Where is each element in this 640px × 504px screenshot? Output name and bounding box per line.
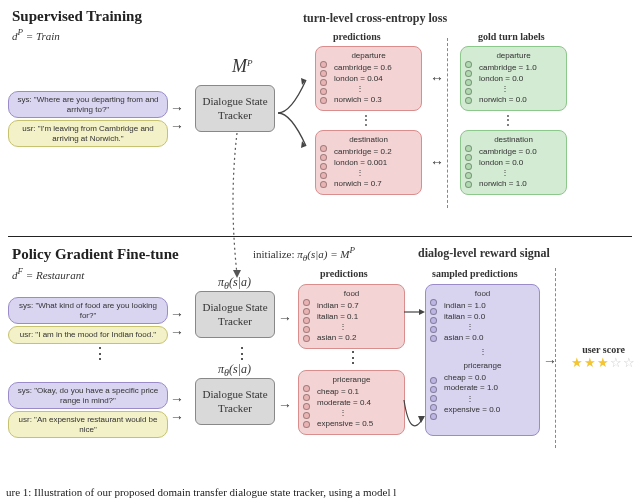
vdots: ⋮: [92, 344, 108, 363]
pi-label: πθ(s|a): [218, 275, 251, 291]
star-icon: ★: [571, 355, 584, 370]
init-text: initialize:: [253, 248, 297, 260]
slot-row: london = 0.001: [334, 158, 415, 169]
vdots: ⋮: [234, 344, 250, 363]
sample-arrow-icon: [398, 300, 432, 450]
slot-row: cambridge = 0.0: [479, 147, 560, 158]
dialogue-state-tracker: Dialogue State Tracker: [195, 378, 275, 425]
arrow-right-icon: →: [170, 118, 184, 134]
gold-destination: destination cambridge = 0.0 london = 0.0…: [460, 130, 567, 195]
arrow-bi-icon: ↔: [430, 70, 444, 86]
slot-row: moderate = 0.4: [317, 398, 398, 409]
prediction-pricerange: pricerange cheap = 0.1 moderate = 0.4 ⋮ …: [298, 370, 405, 435]
slot-row: cambridge = 0.2: [334, 147, 415, 158]
sampled-predictions: food indian = 1.0 italian = 0.0 ⋮ asian …: [425, 284, 540, 436]
slot-name: pricerange: [305, 375, 398, 386]
sampled-header: sampled predictions: [432, 268, 518, 279]
supervised-title-text: Supervised Training: [12, 8, 142, 24]
star-icon: ☆: [610, 355, 623, 370]
arrow-right-icon: →: [543, 353, 557, 369]
arrow-right-icon: →: [170, 409, 184, 425]
arrow-bi-icon: ↔: [430, 154, 444, 170]
slot-row: italian = 0.1: [317, 312, 398, 323]
arrow-right-icon: →: [170, 324, 184, 340]
slot-row: norwich = 0.3: [334, 95, 415, 106]
star-icon: ☆: [623, 355, 636, 370]
prediction-departure: departure cambridge = 0.6 london = 0.04 …: [315, 46, 422, 111]
slot-row: london = 0.04: [334, 74, 415, 85]
slot-name: food: [432, 289, 533, 300]
arrow-right-icon: →: [170, 306, 184, 322]
section-divider: [8, 236, 632, 237]
dialogue-state-tracker: Dialogue State Tracker: [195, 85, 275, 132]
svg-marker-4: [418, 416, 425, 423]
slot-row: asian = 0.2: [317, 333, 398, 344]
dialogue-state-tracker: Dialogue State Tracker: [195, 291, 275, 338]
policy-title-text: Policy Gradient Fine-tune: [12, 246, 179, 262]
branch-arrows-icon: [276, 68, 316, 158]
slot-row: norwich = 1.0: [479, 179, 560, 190]
slot-row: london = 0.0: [479, 158, 560, 169]
predictions-header: predictions: [333, 31, 381, 42]
init-sup: P: [350, 245, 356, 255]
vdots: ⋮: [360, 113, 372, 127]
slot-name: departure: [322, 51, 415, 62]
supervised-domain: dP = Train: [12, 27, 60, 42]
usr-utterance: usr: "I'm leaving from Cambridge and arr…: [8, 120, 168, 147]
arrow-right-icon: →: [170, 100, 184, 116]
policy-domain: dF = Restaurant: [12, 266, 84, 281]
arrow-right-icon: →: [170, 391, 184, 407]
vdots: ⋮: [502, 113, 514, 127]
slot-row: norwich = 0.0: [479, 95, 560, 106]
dashed-divider: [447, 38, 448, 208]
slot-row: asian = 0.0: [444, 333, 533, 344]
bottom-utterances-2: sys: "Okay, do you have a specific price…: [8, 380, 168, 440]
slot-row: cheap = 0.1: [317, 387, 398, 398]
slot-row: indian = 0.7: [317, 301, 398, 312]
usr-utterance: usr: "An expensive restaurant would be n…: [8, 411, 168, 438]
reward-label: dialog-level reward signal: [418, 246, 550, 261]
init-label: initialize: πθ(s|a) = MP: [253, 245, 355, 263]
vdots: ⋮: [345, 348, 361, 367]
supervised-title: Supervised Training: [12, 8, 142, 25]
sys-utterance: sys: "What kind of food are you looking …: [8, 297, 168, 324]
slot-row: cheap = 0.0: [444, 373, 533, 384]
slot-row: moderate = 1.0: [444, 383, 533, 394]
formula-p: P: [18, 27, 24, 37]
formula-f: F: [18, 266, 24, 276]
prediction-destination: destination cambridge = 0.2 london = 0.0…: [315, 130, 422, 195]
pi-label: πθ(s|a): [218, 362, 251, 378]
formula-restaurant: = Restaurant: [26, 269, 84, 281]
slot-name: pricerange: [432, 361, 533, 372]
slot-row: norwich = 0.7: [334, 179, 415, 190]
slot-name: departure: [467, 51, 560, 62]
gold-departure: departure cambridge = 1.0 london = 0.0 ⋮…: [460, 46, 567, 111]
loss-label: turn-level cross-entropy loss: [303, 11, 447, 26]
svg-marker-3: [419, 309, 425, 315]
slot-row: expensive = 0.0: [444, 405, 533, 416]
prediction-food: food indian = 0.7 italian = 0.1 ⋮ asian …: [298, 284, 405, 349]
star-icon: ★: [584, 355, 597, 370]
user-score: user score ★★★☆☆: [571, 344, 636, 370]
slot-row: london = 0.0: [479, 74, 560, 85]
bottom-utterances-1: sys: "What kind of food are you looking …: [8, 295, 168, 346]
slot-row: cambridge = 1.0: [479, 63, 560, 74]
arrow-right-icon: →: [278, 397, 292, 413]
formula-train: = Train: [26, 30, 60, 42]
mp-symbol: MP: [232, 56, 253, 77]
arrow-right-icon: →: [278, 310, 292, 326]
star-icon: ★: [597, 355, 610, 370]
top-utterances: sys: "Where are you departing from and a…: [8, 89, 168, 149]
mp-m: M: [232, 56, 247, 76]
usr-utterance: usr: "I am in the mood for Indian food.": [8, 326, 168, 344]
slot-name: destination: [467, 135, 560, 146]
star-rating: ★★★☆☆: [571, 355, 636, 370]
policy-title: Policy Gradient Fine-tune: [12, 246, 179, 263]
slot-name: destination: [322, 135, 415, 146]
user-score-label: user score: [571, 344, 636, 355]
sys-utterance: sys: "Where are you departing from and a…: [8, 91, 168, 118]
mp-p: P: [247, 58, 253, 68]
slot-row: expensive = 0.5: [317, 419, 398, 430]
slot-row: cambridge = 0.6: [334, 63, 415, 74]
figure-caption: ure 1: Illustration of our proposed doma…: [6, 486, 396, 498]
